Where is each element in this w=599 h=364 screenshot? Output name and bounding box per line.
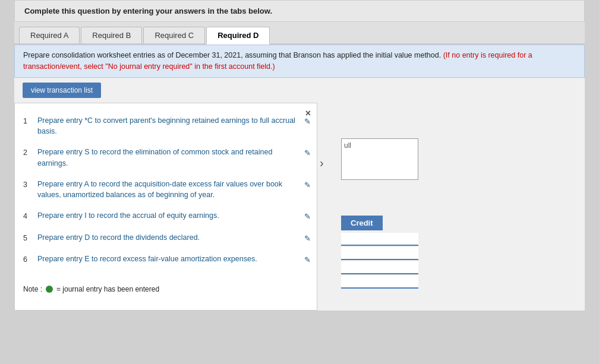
- instruction-bar: Complete this question by entering your …: [14, 0, 585, 22]
- item-number: 5: [23, 233, 35, 244]
- input-placeholder-text: ull: [342, 139, 418, 152]
- right-panel: › ull Credit: [317, 103, 585, 311]
- item-text: Prepare entry E to record excess fair-va…: [37, 254, 300, 265]
- view-transaction-list-button[interactable]: view transaction list: [23, 83, 101, 98]
- transaction-list: 1 Prepare entry *C to convert parent's b…: [15, 109, 317, 281]
- text-input-area[interactable]: ull: [341, 138, 418, 180]
- tab-required-b[interactable]: Required B: [81, 27, 142, 43]
- chevron-right-icon[interactable]: ›: [320, 156, 324, 170]
- close-icon: ×: [305, 108, 311, 118]
- input-row-2[interactable]: [341, 247, 418, 260]
- item-number: 4: [23, 211, 35, 222]
- input-row-3[interactable]: [341, 261, 418, 274]
- close-button[interactable]: ×: [305, 108, 311, 119]
- item-number: 2: [23, 147, 35, 159]
- note-label: Note :: [23, 285, 42, 293]
- info-bar: Prepare consolidation worksheet entries …: [14, 45, 585, 78]
- list-item: 3 Prepare entry A to record the acquisit…: [23, 179, 311, 201]
- item-text: Prepare entry D to record the dividends …: [37, 232, 300, 243]
- note-text: = journal entry has been entered: [56, 285, 159, 293]
- tab-required-a[interactable]: Required A: [19, 27, 80, 43]
- input-rows: [341, 233, 585, 289]
- item-text: Prepare entry S to record the eliminatio…: [37, 147, 300, 169]
- pencil-icon[interactable]: ✎: [304, 147, 311, 159]
- content-area: × 1 Prepare entry *C to convert parent's…: [14, 103, 585, 311]
- action-row: view transaction list: [14, 78, 585, 103]
- note-row: Note : = journal entry has been entered: [15, 281, 317, 299]
- transaction-panel: × 1 Prepare entry *C to convert parent's…: [14, 103, 317, 311]
- item-text: Prepare entry A to record the acquisitio…: [37, 179, 300, 201]
- list-item: 2 Prepare entry S to record the eliminat…: [23, 147, 311, 169]
- credit-button-area: Credit: [341, 216, 585, 230]
- green-dot-icon: [46, 286, 53, 293]
- pencil-icon[interactable]: ✎: [304, 233, 311, 245]
- instruction-text: Complete this question by entering your …: [24, 7, 272, 15]
- credit-button[interactable]: Credit: [341, 216, 383, 230]
- list-item: 1 Prepare entry *C to convert parent's b…: [23, 115, 311, 138]
- list-item: 4 Prepare entry I to record the accrual …: [23, 210, 311, 223]
- right-content: ull Credit: [341, 138, 585, 289]
- input-row-1[interactable]: [341, 233, 418, 246]
- pencil-icon[interactable]: ✎: [304, 211, 311, 223]
- list-item: 5 Prepare entry D to record the dividend…: [23, 232, 311, 245]
- tab-required-c[interactable]: Required C: [143, 27, 205, 43]
- item-number: 3: [23, 179, 35, 191]
- tab-required-d[interactable]: Required D: [206, 27, 270, 45]
- item-text: Prepare entry *C to convert parent's beg…: [37, 115, 300, 138]
- pencil-icon[interactable]: ✎: [304, 254, 311, 266]
- info-main-text: Prepare consolidation worksheet entries …: [23, 51, 443, 59]
- input-row-4[interactable]: [341, 276, 418, 289]
- list-item: 6 Prepare entry E to record excess fair-…: [23, 254, 311, 266]
- item-number: 6: [23, 254, 35, 265]
- item-text: Prepare entry I to record the accrual of…: [37, 210, 300, 221]
- item-number: 1: [23, 116, 35, 127]
- pencil-icon[interactable]: ✎: [304, 179, 311, 191]
- tabs-row: Required A Required B Required C Require…: [14, 22, 585, 45]
